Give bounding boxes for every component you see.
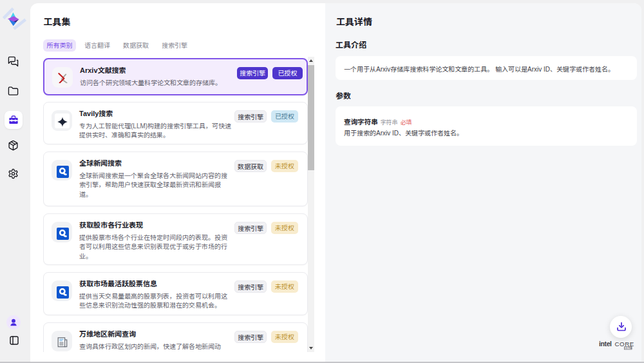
svg-text:ULTRA: ULTRA xyxy=(625,347,632,349)
svg-text:intel: intel xyxy=(599,340,612,348)
svg-text:CORE: CORE xyxy=(615,340,634,348)
